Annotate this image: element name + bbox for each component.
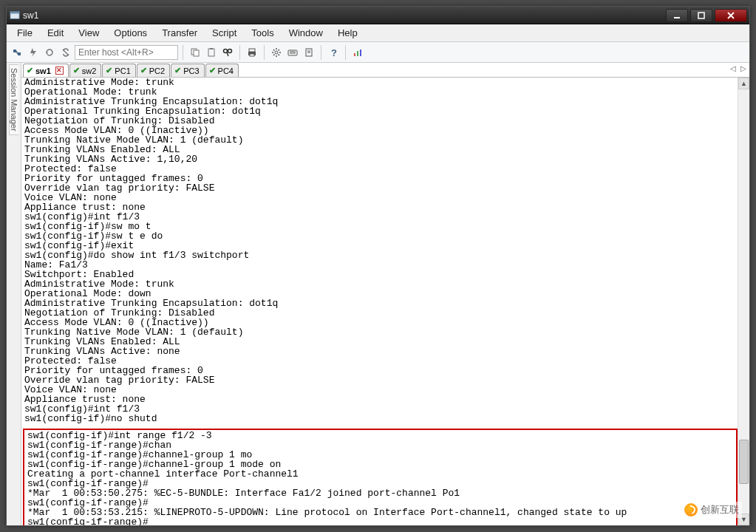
tab-pc1[interactable]: ✔ PC1	[102, 64, 135, 77]
window-title: sw1	[23, 10, 38, 21]
svg-rect-1	[10, 11, 19, 13]
scroll-track[interactable]	[738, 89, 749, 514]
tab-pc3[interactable]: ✔ PC3	[171, 64, 204, 77]
svg-line-18	[227, 52, 228, 56]
check-icon: ✔	[106, 66, 112, 75]
terminal-wrap: Administrative Mode: trunk Operational M…	[21, 78, 749, 525]
svg-rect-19	[249, 49, 255, 52]
svg-marker-9	[30, 48, 36, 57]
menu-help[interactable]: Help	[332, 26, 364, 40]
svg-line-8	[16, 51, 18, 54]
close-button[interactable]	[715, 9, 747, 22]
svg-point-17	[228, 49, 232, 52]
menu-script[interactable]: Script	[206, 26, 242, 40]
tab-label: PC3	[183, 66, 199, 75]
svg-rect-21	[250, 54, 254, 56]
content-area: ✔ sw1 ✕ ✔ sw2 ✔ PC1 ✔ PC2 ✔	[21, 63, 749, 525]
help-icon[interactable]: ?	[326, 45, 341, 60]
check-icon: ✔	[140, 66, 147, 75]
body-area: Session Manager ✔ sw1 ✕ ✔ sw2 ✔ PC1 ✔	[7, 63, 749, 525]
menu-options[interactable]: Options	[108, 26, 153, 40]
svg-rect-38	[354, 53, 355, 56]
maximize-button[interactable]	[690, 9, 712, 22]
quick-connect-icon[interactable]	[26, 45, 41, 60]
tab-label: sw2	[82, 66, 97, 75]
svg-rect-6	[13, 50, 16, 52]
host-input[interactable]	[75, 45, 178, 60]
menu-window[interactable]: Window	[283, 26, 329, 40]
toolbar: ?	[7, 42, 749, 63]
highlighted-region: sw1(config-if)#int range f1/2 -3 sw1(con…	[23, 429, 738, 525]
svg-line-27	[273, 50, 275, 51]
tab-label: PC1	[115, 66, 130, 75]
svg-rect-7	[18, 52, 21, 55]
disconnect-icon[interactable]	[58, 45, 73, 60]
svg-point-22	[275, 51, 278, 54]
svg-rect-39	[357, 51, 358, 56]
svg-rect-14	[208, 49, 214, 56]
watermark: 创新互联	[681, 502, 742, 518]
session-manager-panel[interactable]: Session Manager	[7, 63, 21, 525]
session-manager-label: Session Manager	[9, 64, 18, 135]
menubar: File Edit View Options Transfer Script T…	[7, 24, 749, 42]
close-icon[interactable]: ✕	[55, 66, 64, 75]
check-icon: ✔	[174, 66, 181, 75]
tab-scroll-right-icon[interactable]: ▷	[739, 64, 748, 72]
tab-label: PC4	[218, 66, 234, 75]
watermark-text: 创新互联	[701, 503, 739, 516]
tab-label: PC2	[149, 66, 165, 75]
svg-point-16	[224, 49, 228, 52]
svg-rect-13	[194, 50, 199, 56]
scroll-thumb[interactable]	[739, 440, 749, 484]
find-icon[interactable]	[220, 45, 235, 60]
check-icon: ✔	[209, 66, 216, 75]
tab-pc4[interactable]: ✔ PC4	[205, 64, 239, 77]
menu-view[interactable]: View	[72, 26, 105, 40]
app-window: sw1 File Edit View Options Transfer Scri…	[6, 6, 750, 526]
menu-transfer[interactable]: Transfer	[156, 26, 203, 40]
tab-sw1[interactable]: ✔ sw1 ✕	[23, 64, 69, 77]
menu-tools[interactable]: Tools	[245, 26, 279, 40]
reconnect-icon[interactable]	[42, 45, 57, 60]
tab-label: sw1	[35, 66, 51, 75]
tab-scroll-left-icon[interactable]: ◁	[729, 64, 738, 72]
tab-pc2[interactable]: ✔ PC2	[137, 64, 170, 77]
svg-text:?: ?	[331, 47, 337, 58]
svg-rect-40	[360, 50, 361, 56]
scroll-up-icon[interactable]: ▲	[738, 78, 749, 89]
settings-icon[interactable]	[269, 45, 284, 60]
keyboard-icon[interactable]	[285, 45, 300, 60]
svg-rect-15	[210, 48, 213, 50]
svg-line-28	[279, 54, 280, 55]
paste-icon[interactable]	[204, 45, 219, 60]
terminal-output-upper: Administrative Mode: trunk Operational M…	[23, 78, 738, 423]
check-icon: ✔	[27, 66, 33, 75]
print-icon[interactable]	[245, 45, 259, 60]
menu-file[interactable]: File	[11, 26, 38, 40]
watermark-logo-icon	[684, 503, 698, 516]
terminal[interactable]: Administrative Mode: trunk Operational M…	[23, 78, 738, 525]
menu-edit[interactable]: Edit	[41, 26, 69, 40]
connect-icon[interactable]	[10, 45, 24, 60]
minimize-button[interactable]	[666, 9, 688, 22]
svg-line-30	[273, 54, 275, 55]
tab-sw2[interactable]: ✔ sw2	[69, 64, 102, 77]
titlebar: sw1	[7, 7, 749, 24]
chart-icon[interactable]	[350, 45, 365, 60]
svg-rect-3	[698, 13, 704, 18]
terminal-output-highlighted: sw1(config-if)#int range f1/2 -3 sw1(con…	[26, 431, 736, 525]
check-icon: ✔	[73, 66, 80, 75]
vertical-scrollbar[interactable]: ▲ ▼	[738, 78, 749, 525]
svg-line-29	[279, 50, 280, 51]
script-icon[interactable]	[302, 45, 316, 60]
tabstrip: ✔ sw1 ✕ ✔ sw2 ✔ PC1 ✔ PC2 ✔	[21, 63, 749, 78]
app-icon	[10, 10, 20, 21]
copy-icon[interactable]	[188, 45, 202, 60]
